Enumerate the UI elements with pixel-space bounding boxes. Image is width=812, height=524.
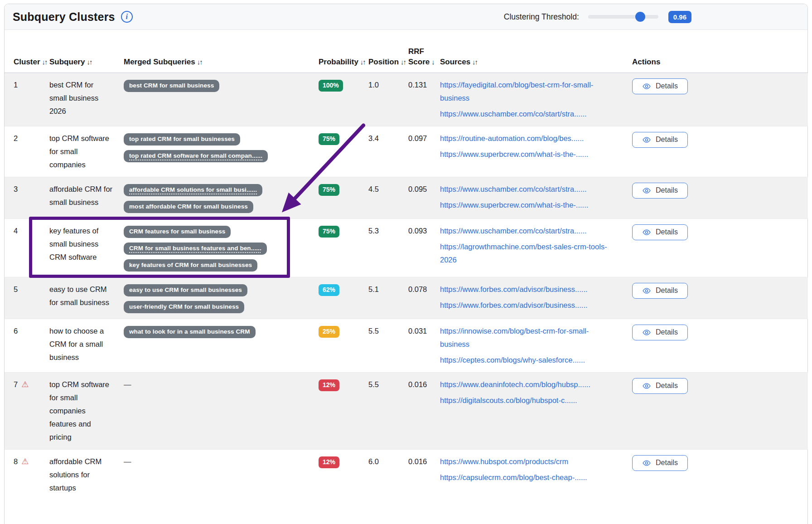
source-link[interactable]: https://www.uschamber.com/co/start/stra.… xyxy=(440,107,614,121)
cluster-number: 4 xyxy=(14,227,18,235)
details-button[interactable]: Details xyxy=(632,283,688,299)
merged-subquery-badge: best CRM for small business xyxy=(124,80,219,92)
source-link[interactable]: https://www.forbes.com/advisor/business.… xyxy=(440,283,614,296)
position-value: 5.5 xyxy=(368,373,408,450)
source-link[interactable]: https://www.superbcrew.com/what-is-the-.… xyxy=(440,199,614,212)
merged-subquery-badge: most affordable CRM for small business xyxy=(124,201,253,213)
subquery-text: affordable CRM for small business xyxy=(49,177,124,219)
probability-badge: 25% xyxy=(319,326,339,338)
col-header-sources[interactable]: Sources↓↑ xyxy=(440,30,632,73)
subquery-text: best CRM for small business 2026 xyxy=(49,73,124,126)
position-value: 6.0 xyxy=(368,450,408,500)
table-row: 1 best CRM for small business 2026 best … xyxy=(5,73,808,126)
source-link[interactable]: https://www.hubspot.com/products/crm xyxy=(440,455,614,468)
rrf-score-value: 0.016 xyxy=(408,373,440,450)
sort-icon: ↓↑ xyxy=(42,58,47,66)
position-value: 5.1 xyxy=(368,277,408,319)
table-row: 7⚠ top CRM software for small companies … xyxy=(5,373,808,450)
threshold-value-badge: 0.96 xyxy=(668,11,691,23)
cluster-number: 3 xyxy=(14,185,18,193)
sort-icon: ↓↑ xyxy=(401,58,406,66)
eye-icon xyxy=(642,287,651,294)
source-link[interactable]: https://ceptes.com/blogs/why-salesforce.… xyxy=(440,354,614,367)
source-link[interactable]: https://digitalscouts.co/blog/hubspot-c.… xyxy=(440,394,614,407)
eye-icon xyxy=(642,383,651,389)
page-title: Subquery Clusters xyxy=(13,10,115,24)
cluster-number: 5 xyxy=(14,285,18,293)
col-header-subquery[interactable]: Subquery↓↑ xyxy=(49,30,124,73)
threshold-slider-thumb[interactable] xyxy=(635,12,645,22)
table-row: 6 how to choose a CRM for a small busine… xyxy=(5,319,808,373)
probability-badge: 75% xyxy=(319,226,339,238)
sort-icon: ↓↑ xyxy=(472,58,477,66)
source-link[interactable]: https://www.forbes.com/advisor/business.… xyxy=(440,299,614,312)
cluster-number: 7 xyxy=(14,380,18,388)
eye-icon xyxy=(642,329,651,336)
details-button[interactable]: Details xyxy=(632,183,688,199)
position-value: 4.5 xyxy=(368,177,408,219)
clustering-threshold-control: Clustering Threshold: 0.96 xyxy=(504,11,691,23)
merged-subquery-badge: CRM features for small business xyxy=(124,226,231,238)
source-link[interactable]: https://capsulecrm.com/blog/best-cheap-.… xyxy=(440,471,614,484)
col-header-merged-subqueries[interactable]: Merged Subqueries↓↑ xyxy=(124,30,319,73)
position-value: 5.5 xyxy=(368,319,408,373)
subquery-text: how to choose a CRM for a small business xyxy=(49,319,124,373)
rrf-score-value: 0.093 xyxy=(408,219,440,277)
col-header-actions: Actions xyxy=(632,30,808,73)
details-button[interactable]: Details xyxy=(632,224,688,240)
warning-icon: ⚠ xyxy=(21,457,29,466)
subquery-text: top CRM software for small companies fea… xyxy=(49,373,124,450)
col-header-probability[interactable]: Probability↓↑ xyxy=(319,30,368,73)
threshold-slider[interactable] xyxy=(588,15,658,19)
details-button[interactable]: Details xyxy=(632,325,688,340)
table-row: 5 easy to use CRM for small business eas… xyxy=(5,277,808,319)
merged-subquery-badge: affordable CRM solutions for small busi.… xyxy=(124,184,262,196)
probability-badge: 12% xyxy=(319,379,339,391)
subquery-text: affordable CRM solutions for startups xyxy=(49,450,124,500)
sort-icon-active: ↓ xyxy=(431,58,434,66)
col-header-rrf-score[interactable]: RRF Score↓ xyxy=(408,30,440,73)
source-link[interactable]: https://www.uschamber.com/co/start/stra.… xyxy=(440,183,614,196)
table-row: 8⚠ affordable CRM solutions for startups… xyxy=(5,450,808,500)
rrf-score-value: 0.095 xyxy=(408,177,440,219)
merged-subquery-badge: user-friendly CRM for small business xyxy=(124,301,244,313)
position-value: 5.3 xyxy=(368,219,408,277)
table-row: 3 affordable CRM for small business affo… xyxy=(5,177,808,219)
merged-subquery-badge: easy to use CRM for small businesses xyxy=(124,284,247,296)
rrf-score-value: 0.031 xyxy=(408,319,440,373)
probability-badge: 75% xyxy=(319,133,339,145)
source-link[interactable]: https://routine-automation.com/blog/bes.… xyxy=(440,132,614,145)
eye-icon xyxy=(642,229,651,236)
subquery-text: easy to use CRM for small business xyxy=(49,277,124,319)
sort-icon: ↓↑ xyxy=(360,58,365,66)
warning-icon: ⚠ xyxy=(21,380,29,389)
eye-icon xyxy=(642,460,651,466)
source-link[interactable]: https://fayedigital.com/blog/best-crm-fo… xyxy=(440,78,614,105)
probability-badge: 62% xyxy=(319,284,339,296)
subquery-text: top CRM software for small companies xyxy=(49,126,124,177)
details-button[interactable]: Details xyxy=(632,378,688,394)
source-link[interactable]: https://www.uschamber.com/co/start/stra.… xyxy=(440,224,614,238)
details-button[interactable]: Details xyxy=(632,132,688,148)
probability-badge: 100% xyxy=(319,80,343,92)
rrf-score-value: 0.097 xyxy=(408,126,440,177)
merged-subquery-badge: top rated CRM for small businesses xyxy=(124,133,240,146)
source-link[interactable]: https://www.deaninfotech.com/blog/hubsp.… xyxy=(440,378,614,391)
cluster-number: 8 xyxy=(14,457,18,466)
subquery-clusters-table: Cluster↓↑ Subquery↓↑ Merged Subqueries↓↑… xyxy=(5,30,808,500)
source-link[interactable]: https://www.superbcrew.com/what-is-the-.… xyxy=(440,148,614,161)
table-row: 2 top CRM software for small companies t… xyxy=(5,126,808,177)
subquery-text: key features of small business CRM softw… xyxy=(49,219,124,277)
position-value: 1.0 xyxy=(368,73,408,126)
info-icon[interactable]: i xyxy=(121,11,133,23)
merged-subquery-badge: what to look for in a small business CRM xyxy=(124,326,256,338)
cluster-number: 2 xyxy=(14,134,18,142)
details-button[interactable]: Details xyxy=(632,455,688,471)
details-button[interactable]: Details xyxy=(632,78,688,94)
source-link[interactable]: https://innowise.com/blog/best-crm-for-s… xyxy=(440,325,614,351)
col-header-cluster[interactable]: Cluster↓↑ xyxy=(5,30,49,73)
empty-merged-dash: — xyxy=(124,380,131,388)
source-link[interactable]: https://lagrowthmachine.com/best-sales-c… xyxy=(440,240,614,267)
table-row-highlighted: 4 key features of small business CRM sof… xyxy=(5,219,808,277)
col-header-position[interactable]: Position↓↑ xyxy=(368,30,408,73)
